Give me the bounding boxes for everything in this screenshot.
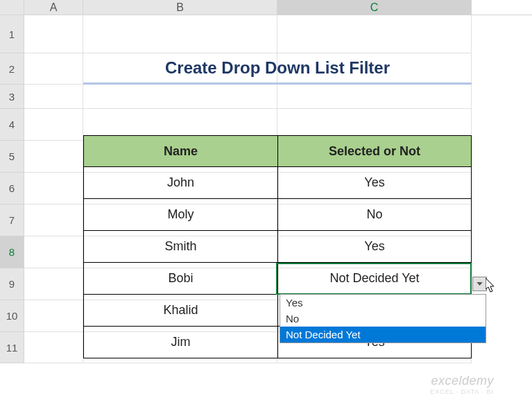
cell-name[interactable]: Bobi bbox=[83, 263, 277, 294]
table-header-row: Name Selected or Not bbox=[83, 135, 472, 167]
table-row: John Yes bbox=[83, 167, 472, 199]
header-status: Selected or Not bbox=[277, 136, 472, 166]
row-header-8[interactable]: 8 bbox=[0, 236, 24, 268]
cell[interactable] bbox=[277, 85, 472, 109]
row-header-1[interactable]: 1 bbox=[0, 15, 24, 53]
cell[interactable] bbox=[24, 205, 83, 236]
page-title: Create Drop Down List Filter bbox=[83, 53, 472, 85]
cell[interactable] bbox=[24, 236, 83, 268]
cell[interactable] bbox=[24, 268, 83, 300]
cell[interactable] bbox=[83, 15, 277, 53]
dropdown-list[interactable]: Yes No Not Decided Yet bbox=[280, 294, 486, 343]
table-row: Smith Yes bbox=[83, 231, 472, 263]
row-header-2[interactable]: 2 bbox=[0, 53, 24, 85]
row-header-7[interactable]: 7 bbox=[0, 205, 24, 236]
select-all-corner[interactable] bbox=[0, 0, 24, 15]
dropdown-button[interactable] bbox=[472, 277, 487, 291]
cell[interactable] bbox=[24, 332, 83, 363]
watermark: exceldemy EXCEL · DATA · BI bbox=[430, 374, 494, 395]
row-header-9[interactable]: 9 bbox=[0, 268, 24, 300]
cell[interactable] bbox=[24, 300, 83, 332]
watermark-brand: exceldemy bbox=[430, 374, 494, 388]
row-header-4[interactable]: 4 bbox=[0, 109, 24, 141]
cell-name[interactable]: Moly bbox=[83, 199, 277, 230]
row-header-10[interactable]: 10 bbox=[0, 300, 24, 332]
cell[interactable] bbox=[24, 173, 83, 205]
cursor-icon bbox=[486, 278, 498, 296]
cell[interactable] bbox=[83, 85, 277, 109]
cell[interactable] bbox=[24, 109, 83, 141]
cell[interactable] bbox=[24, 15, 83, 53]
cell-name[interactable]: Jim bbox=[83, 327, 277, 358]
dropdown-option-selected[interactable]: Not Decided Yet bbox=[280, 327, 486, 343]
cell[interactable] bbox=[24, 85, 83, 109]
cell[interactable] bbox=[24, 53, 83, 85]
cell[interactable] bbox=[277, 15, 472, 53]
column-headers: A B C bbox=[0, 0, 532, 15]
watermark-tagline: EXCEL · DATA · BI bbox=[430, 388, 494, 395]
row-header-6[interactable]: 6 bbox=[0, 173, 24, 205]
cell[interactable] bbox=[24, 141, 83, 173]
cell-name[interactable]: Smith bbox=[83, 231, 277, 262]
row-header-11[interactable]: 11 bbox=[0, 332, 24, 363]
row-header-5[interactable]: 5 bbox=[0, 141, 24, 173]
dropdown-option[interactable]: Yes bbox=[280, 295, 486, 311]
cell-status[interactable]: Not Decided Yet bbox=[277, 263, 472, 294]
chevron-down-icon bbox=[477, 282, 483, 286]
col-header-a[interactable]: A bbox=[24, 0, 83, 15]
svg-marker-0 bbox=[477, 282, 482, 286]
cell-name[interactable]: John bbox=[83, 167, 277, 198]
col-header-c[interactable]: C bbox=[277, 0, 472, 15]
cell-name[interactable]: Khalid bbox=[83, 295, 277, 326]
table-row: Moly No bbox=[83, 199, 472, 231]
col-header-b[interactable]: B bbox=[83, 0, 277, 15]
header-name: Name bbox=[83, 136, 277, 166]
table-row: Bobi Not Decided Yet bbox=[83, 263, 472, 295]
cell-status[interactable]: Yes bbox=[277, 231, 472, 262]
cell-status[interactable]: No bbox=[277, 199, 472, 230]
dropdown-option[interactable]: No bbox=[280, 311, 486, 327]
cell-status[interactable]: Yes bbox=[277, 167, 472, 198]
row-header-3[interactable]: 3 bbox=[0, 85, 24, 109]
